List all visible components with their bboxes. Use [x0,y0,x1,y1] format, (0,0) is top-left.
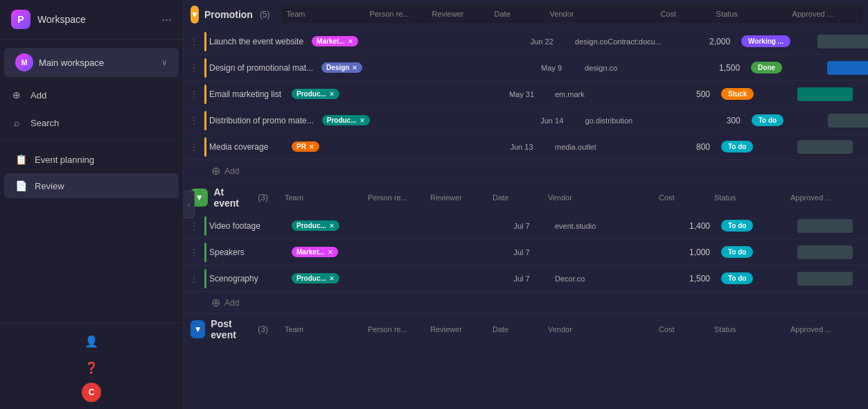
tag-remove[interactable]: ✕ [328,249,333,256]
drag-handle[interactable]: ⋮ [184,33,204,50]
tag-remove[interactable]: ✕ [309,143,315,150]
help-icon[interactable]: ❓ [80,356,103,378]
section-at-event-count: (3) [258,193,268,202]
sidebar-item-add[interactable]: ⊕ Add [0,82,183,107]
sidebar-main-workspace[interactable]: M Main workspace ∨ [4,48,179,77]
status-badge[interactable]: Stuck [721,88,754,100]
tag-remove[interactable]: ✕ [329,275,335,282]
add-icon: ⊕ [211,164,220,177]
sidebar-menu-button[interactable]: ··· [161,12,172,27]
col-team: Team [281,7,364,21]
sidebar-item-event-planning[interactable]: 📋 Event planning [4,147,179,172]
tag-remove[interactable]: ✕ [348,38,353,45]
cost-value: 800 [696,142,710,152]
tag-remove[interactable]: ✕ [352,64,357,71]
add-promotion-row[interactable]: ⊕ Add [184,160,868,182]
status-badge[interactable]: To do [721,220,753,232]
add-at-event-row[interactable]: ⊕ Add [184,292,868,314]
col-reviewer: Reviewer [425,322,487,336]
team-cell: Market... ✕ [286,244,369,260]
sidebar-item-review[interactable]: 📄 Review [4,173,179,198]
status-cell: To do [716,138,792,155]
tag-remove[interactable]: ✕ [329,223,335,229]
col-status: Status [709,322,785,336]
table-row: ⋮ Launch the event website Market... ✕ J… [184,28,868,55]
approved-cell [792,216,868,236]
app-logo: P [11,10,30,29]
row-accent-bar [204,58,206,78]
sidebar-item-search[interactable]: ⌕ Search [0,110,183,135]
drag-handle[interactable]: ⋮ [184,86,204,103]
section-promotion-toggle[interactable]: ▼ [191,6,199,24]
chevron-down-icon: ∨ [161,58,168,67]
person-cell [400,118,462,123]
date-cell: Jul 7 [494,245,549,259]
col-approved: Approved ... [785,191,861,204]
tag-remove[interactable]: ✕ [360,117,365,124]
team-cell: Produc... ✕ [286,86,369,102]
col-person-re: Person re... [362,322,425,336]
status-cell: Stuck [716,85,792,103]
date-cell: Jul 7 [494,272,549,286]
cost-cell: 1,000 [660,245,716,260]
user-icon[interactable]: 👤 [80,330,103,352]
drag-handle[interactable]: ⋮ [184,112,204,129]
task-name: Email marketing list [209,89,281,99]
team-cell: Produc... ✕ [317,112,400,128]
vendor-value: Decor.co [555,275,585,283]
team-tag[interactable]: Market... ✕ [292,247,338,257]
row-name-cell: Speakers [204,240,286,265]
section-post-event-count: (3) [258,324,268,334]
status-badge[interactable]: To do [721,141,753,153]
approved-cell [792,269,868,288]
team-cell: PR ✕ [286,139,369,155]
row-accent-bar [204,32,206,51]
status-badge[interactable]: To do [721,246,753,258]
team-tag[interactable]: Produc... ✕ [292,220,339,231]
table-row: ⋮ Scenography Produc... ✕ Jul 7 Decor.co… [184,266,868,292]
drag-handle[interactable]: ⋮ [184,270,204,287]
section-post-event-toggle[interactable]: ▼ [191,320,205,338]
col-team: Team [279,322,362,336]
team-cell: Produc... ✕ [286,270,369,286]
drag-handle[interactable]: ⋮ [184,139,204,155]
user-avatar-c[interactable]: C [82,383,101,402]
col-person-re: Person re... [364,7,427,21]
col-reviewer: Reviewer [425,191,487,204]
drag-handle[interactable]: ⋮ [184,60,204,76]
status-badge[interactable]: Working ... [741,35,790,47]
drag-handle[interactable]: ⋮ [184,218,204,234]
date-value: Jul 7 [513,248,529,256]
team-tag[interactable]: Produc... ✕ [292,273,339,284]
table-row: ⋮ Speakers Market... ✕ Jul 7 1,000 To do [184,239,868,266]
status-badge[interactable]: To do [752,114,783,126]
team-tag[interactable]: Design ✕ [321,62,362,73]
status-badge[interactable]: Done [751,62,782,73]
date-cell: Jun 13 [494,140,549,154]
vendor-cell: media.outlet [549,140,660,154]
sidebar-nav: 📋 Event planning 📄 Review [0,141,183,204]
team-tag[interactable]: PR ✕ [292,141,319,152]
cost-value: 2,000 [709,37,730,46]
status-badge[interactable]: To do [721,272,753,284]
team-tag[interactable]: Produc... ✕ [322,115,370,125]
status-cell: To do [716,217,792,234]
cost-cell: 500 [660,87,716,102]
sidebar-collapse-button[interactable]: ‹ [184,191,195,218]
sidebar-header: P Workspace ··· [0,0,183,40]
cost-value: 300 [727,116,741,125]
date-value: May 31 [509,90,534,98]
cost-value: 1,000 [689,247,710,257]
date-value: Jul 7 [513,222,529,230]
team-tag[interactable]: Produc... ✕ [292,89,339,99]
table-row: ⋮ Email marketing list Produc... ✕ May 3… [184,81,868,107]
vendor-value: event.studio [555,222,596,230]
sidebar-bottom-icons: 👤 ❓ C [0,322,183,409]
tag-remove[interactable]: ✕ [329,91,335,98]
approved-bar [828,114,868,128]
team-tag[interactable]: Market... ✕ [312,36,358,46]
person-cell [389,39,452,44]
vendor-cell: Decor.co [549,272,660,286]
section-post-event: ▼ Post event (3) Team Person re... Revie… [184,314,868,345]
drag-handle[interactable]: ⋮ [184,244,204,261]
